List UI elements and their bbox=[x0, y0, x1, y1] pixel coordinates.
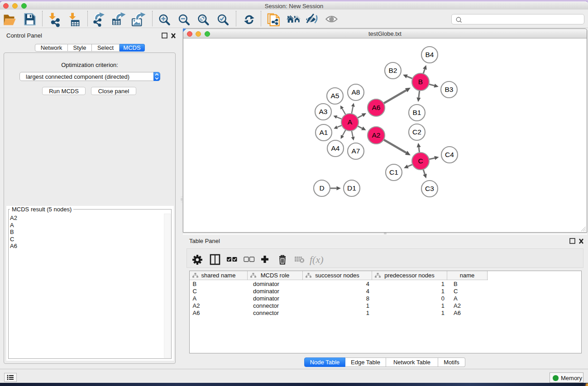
svg-text:C4: C4 bbox=[445, 151, 454, 158]
svg-text:A8: A8 bbox=[352, 88, 360, 96]
svg-text:B3: B3 bbox=[445, 86, 454, 93]
svg-text:A4: A4 bbox=[331, 144, 340, 152]
svg-text:A3: A3 bbox=[319, 108, 328, 115]
svg-text:A7: A7 bbox=[352, 147, 360, 155]
svg-text:C2: C2 bbox=[412, 128, 421, 136]
svg-text:D: D bbox=[319, 184, 324, 192]
svg-text:A5: A5 bbox=[331, 92, 339, 100]
svg-text:C1: C1 bbox=[389, 168, 398, 176]
svg-text:f(x): f(x) bbox=[310, 254, 324, 265]
svg-text:C3: C3 bbox=[425, 185, 434, 192]
svg-text:B4: B4 bbox=[425, 51, 434, 58]
svg-text:A6: A6 bbox=[372, 104, 381, 111]
svg-text:A2: A2 bbox=[372, 131, 381, 139]
svg-text:B1: B1 bbox=[413, 109, 421, 116]
svg-text:B2: B2 bbox=[389, 67, 397, 74]
svg-text:A: A bbox=[348, 118, 353, 126]
svg-text:C: C bbox=[418, 157, 423, 165]
svg-text:B: B bbox=[418, 78, 423, 86]
svg-text:D1: D1 bbox=[347, 184, 356, 192]
svg-text:A1: A1 bbox=[320, 129, 328, 136]
